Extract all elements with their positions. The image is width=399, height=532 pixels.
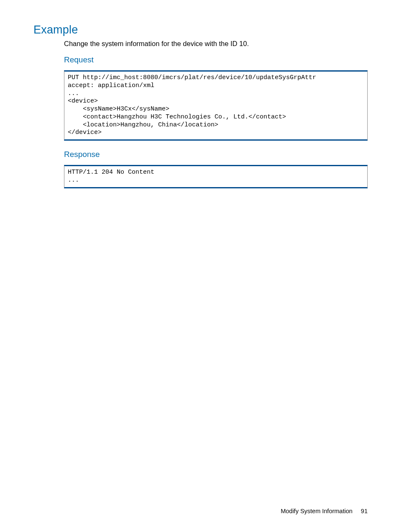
code-block-request: PUT http://imc_host:8080/imcrs/plat/res/… (64, 70, 368, 141)
page-footer: Modify System Information 91 (281, 508, 368, 514)
page-content: Example Change the system information fo… (0, 0, 399, 188)
heading-example: Example (33, 23, 368, 36)
intro-text: Change the system information for the de… (64, 40, 368, 48)
footer-page-number: 91 (361, 508, 368, 514)
heading-request: Request (64, 55, 368, 64)
footer-title: Modify System Information (281, 508, 353, 514)
heading-response: Response (64, 150, 368, 159)
code-block-response: HTTP/1.1 204 No Content ... (64, 165, 368, 188)
